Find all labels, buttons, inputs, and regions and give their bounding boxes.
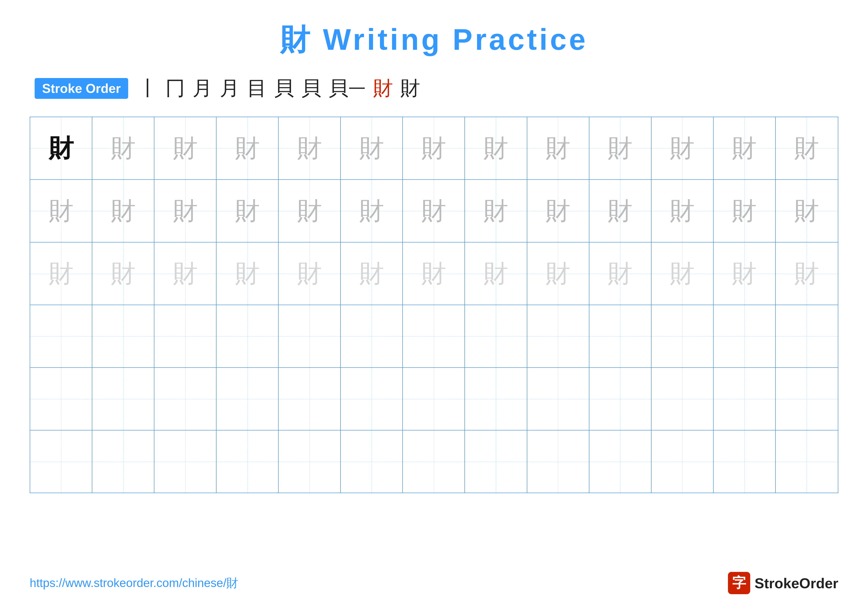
grid-cell-5-2[interactable] [92, 368, 154, 430]
grid-cell-2-1[interactable]: 財 [30, 180, 92, 242]
grid-row-4 [30, 305, 838, 368]
grid-cell-5-12[interactable] [714, 368, 776, 430]
grid-cell-4-5[interactable] [279, 305, 341, 367]
grid-cell-3-3[interactable]: 財 [154, 242, 217, 305]
stroke-step-3: 月 [192, 75, 212, 102]
grid-cell-1-8[interactable]: 財 [465, 117, 527, 179]
grid-cell-4-6[interactable] [341, 305, 403, 367]
grid-cell-5-13[interactable] [776, 368, 838, 430]
grid-cell-4-10[interactable] [589, 305, 651, 367]
grid-cell-2-4[interactable]: 財 [217, 180, 279, 242]
grid-cell-3-10[interactable]: 財 [589, 242, 651, 305]
grid-cell-5-4[interactable] [217, 368, 279, 430]
grid-cell-6-8[interactable] [465, 431, 527, 493]
grid-row-2: 財 財 財 財 財 財 財 財 財 財 財 財 財 [30, 180, 838, 242]
grid-cell-6-7[interactable] [403, 431, 465, 493]
grid-cell-1-5[interactable]: 財 [279, 117, 341, 179]
grid-cell-6-12[interactable] [714, 431, 776, 493]
grid-cell-1-3[interactable]: 財 [154, 117, 217, 179]
grid-cell-4-7[interactable] [403, 305, 465, 367]
stroke-step-7: 貝 [301, 75, 321, 102]
grid-row-6 [30, 431, 838, 493]
stroke-order-badge: Stroke Order [35, 78, 128, 99]
stroke-step-4: 月 [220, 75, 240, 102]
practice-grid: 財 財 財 財 財 財 財 財 財 財 財 財 財 財 財 財 財 財 財 財 … [30, 117, 838, 493]
grid-cell-3-1[interactable]: 財 [30, 242, 92, 305]
stroke-order-row: Stroke Order 丨 冂 月 月 目 貝 貝 貝一 財 財 [30, 75, 838, 102]
grid-cell-5-5[interactable] [279, 368, 341, 430]
logo-text: StrokeOrder [755, 575, 838, 591]
grid-cell-6-4[interactable] [217, 431, 279, 493]
grid-cell-4-4[interactable] [217, 305, 279, 367]
grid-cell-1-9[interactable]: 財 [527, 117, 589, 179]
grid-cell-1-2[interactable]: 財 [92, 117, 154, 179]
stroke-steps: 丨 冂 月 月 目 貝 貝 貝一 財 財 [138, 75, 420, 102]
grid-cell-6-3[interactable] [154, 431, 217, 493]
stroke-step-5: 目 [247, 75, 267, 102]
grid-cell-3-13[interactable]: 財 [776, 242, 838, 305]
grid-cell-1-11[interactable]: 財 [651, 117, 714, 179]
grid-cell-3-9[interactable]: 財 [527, 242, 589, 305]
grid-cell-2-5[interactable]: 財 [279, 180, 341, 242]
grid-cell-5-7[interactable] [403, 368, 465, 430]
grid-cell-2-11[interactable]: 財 [651, 180, 714, 242]
grid-cell-2-9[interactable]: 財 [527, 180, 589, 242]
grid-cell-1-12[interactable]: 財 [714, 117, 776, 179]
grid-cell-4-1[interactable] [30, 305, 92, 367]
grid-cell-4-9[interactable] [527, 305, 589, 367]
grid-cell-4-3[interactable] [154, 305, 217, 367]
grid-cell-5-1[interactable] [30, 368, 92, 430]
grid-cell-3-11[interactable]: 財 [651, 242, 714, 305]
grid-cell-6-2[interactable] [92, 431, 154, 493]
grid-cell-4-11[interactable] [651, 305, 714, 367]
grid-cell-4-2[interactable] [92, 305, 154, 367]
logo-icon: 字 [728, 572, 750, 594]
grid-cell-5-6[interactable] [341, 368, 403, 430]
grid-row-1: 財 財 財 財 財 財 財 財 財 財 財 財 財 [30, 117, 838, 180]
grid-cell-5-11[interactable] [651, 368, 714, 430]
grid-cell-3-12[interactable]: 財 [714, 242, 776, 305]
grid-cell-5-8[interactable] [465, 368, 527, 430]
grid-cell-4-13[interactable] [776, 305, 838, 367]
grid-row-3: 財 財 財 財 財 財 財 財 財 財 財 財 財 [30, 242, 838, 305]
grid-cell-1-1[interactable]: 財 [30, 117, 92, 179]
grid-cell-6-1[interactable] [30, 431, 92, 493]
grid-cell-3-4[interactable]: 財 [217, 242, 279, 305]
grid-cell-3-7[interactable]: 財 [403, 242, 465, 305]
grid-cell-1-6[interactable]: 財 [341, 117, 403, 179]
grid-cell-6-5[interactable] [279, 431, 341, 493]
grid-cell-2-6[interactable]: 財 [341, 180, 403, 242]
grid-cell-6-9[interactable] [527, 431, 589, 493]
grid-cell-6-11[interactable] [651, 431, 714, 493]
grid-cell-5-9[interactable] [527, 368, 589, 430]
grid-cell-1-10[interactable]: 財 [589, 117, 651, 179]
grid-cell-5-10[interactable] [589, 368, 651, 430]
grid-cell-4-12[interactable] [714, 305, 776, 367]
grid-cell-6-13[interactable] [776, 431, 838, 493]
stroke-step-10: 財 [400, 75, 420, 102]
grid-cell-3-5[interactable]: 財 [279, 242, 341, 305]
grid-cell-2-10[interactable]: 財 [589, 180, 651, 242]
grid-cell-2-2[interactable]: 財 [92, 180, 154, 242]
grid-cell-1-4[interactable]: 財 [217, 117, 279, 179]
grid-cell-6-10[interactable] [589, 431, 651, 493]
grid-cell-2-8[interactable]: 財 [465, 180, 527, 242]
grid-cell-2-13[interactable]: 財 [776, 180, 838, 242]
char-dark: 財 [49, 136, 73, 161]
grid-cell-1-7[interactable]: 財 [403, 117, 465, 179]
grid-cell-1-13[interactable]: 財 [776, 117, 838, 179]
footer-url[interactable]: https://www.strokeorder.com/chinese/財 [30, 575, 238, 591]
stroke-step-1: 丨 [138, 75, 158, 102]
grid-cell-4-8[interactable] [465, 305, 527, 367]
grid-cell-3-8[interactable]: 財 [465, 242, 527, 305]
page: 財 Writing Practice Stroke Order 丨 冂 月 月 … [0, 0, 868, 614]
grid-cell-2-12[interactable]: 財 [714, 180, 776, 242]
grid-row-5 [30, 368, 838, 431]
grid-cell-3-6[interactable]: 財 [341, 242, 403, 305]
grid-cell-5-3[interactable] [154, 368, 217, 430]
stroke-step-6: 貝 [274, 75, 294, 102]
grid-cell-2-3[interactable]: 財 [154, 180, 217, 242]
grid-cell-6-6[interactable] [341, 431, 403, 493]
grid-cell-2-7[interactable]: 財 [403, 180, 465, 242]
grid-cell-3-2[interactable]: 財 [92, 242, 154, 305]
